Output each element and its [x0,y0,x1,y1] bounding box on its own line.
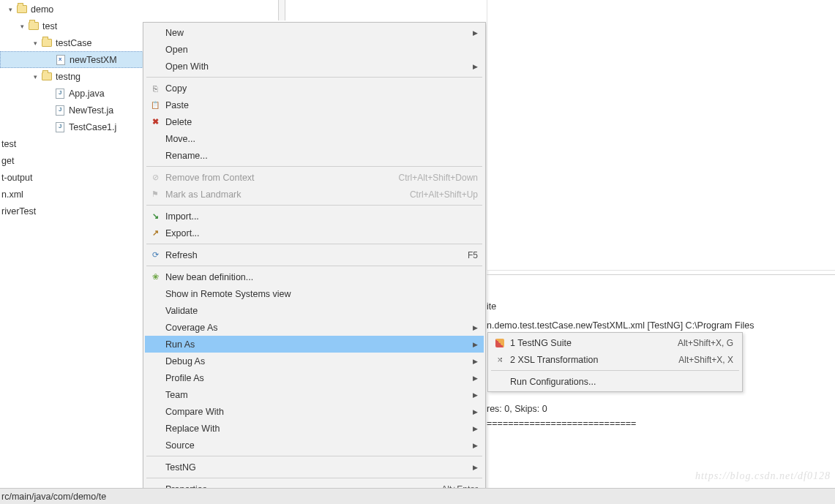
submenu-arrow-icon: ▶ [473,29,478,37]
menu-item-new[interactable]: New▶ [145,24,484,41]
submenu-arrow-icon: ▶ [473,324,478,331]
menu-item-label: Coverage As [165,323,478,333]
menu-item-validate[interactable]: Validate [145,302,484,319]
menu-item-rename[interactable]: Rename... [145,147,484,164]
menu-item-open[interactable]: Open [145,41,484,58]
tree-item-label: App.java [69,89,105,99]
tree-item-label: demo [31,4,53,15]
tree-item[interactable]: ▾ test [0,18,146,34]
menu-item-import[interactable]: Import... [145,208,484,225]
submenu-arrow-icon: ▶ [473,358,478,365]
menu-item-label: Remove from Context [165,173,399,183]
tree-item[interactable]: test [0,135,146,152]
remctx-icon [149,172,161,184]
watermark: https://blog.csdn.net/df0128 [695,470,831,482]
tree-item[interactable]: ▾ demo [0,1,146,18]
export-icon [149,227,161,239]
menu-separator [146,205,482,206]
console-line: res: 0, Skips: 0 [487,404,636,418]
project-tree[interactable]: ▾ demo ▾ test ▾ testCase newTestXM ▾ tes… [0,0,146,219]
menu-item-compare-with[interactable]: Compare With▶ [145,403,484,420]
java-file-icon [54,88,66,99]
tree-item-label: get [1,156,14,166]
del-icon [149,116,161,128]
menu-separator [146,456,482,456]
java-file-icon [54,105,66,116]
menu-item-label: Team [165,390,478,400]
menu-item-label: Paste [165,100,478,110]
menu-item-label: Open [165,45,478,55]
submenu-arrow-icon: ▶ [473,375,478,382]
menu-item-paste[interactable]: Paste [145,97,484,113]
launch-description: n.demo.test.testCase.newTestXML.xml [Tes… [487,320,754,331]
keybinding: Alt+Shift+X, X [678,355,733,365]
expander-icon[interactable]: ▾ [31,73,40,80]
expander-icon[interactable]: ▾ [18,23,26,30]
menu-item-debug-as[interactable]: Debug As▶ [145,353,484,369]
menu-item-delete[interactable]: Delete [145,113,484,130]
tree-item[interactable]: ▾ testng [0,68,146,85]
editor-tab-stub [278,0,285,20]
menu-item-label: Run As [165,339,478,350]
menu-item-label: New bean definition... [165,272,478,282]
menu-item-label: Export... [165,228,478,238]
menu-item-label: Mark as Landmark [165,189,410,200]
runas-testng-suite[interactable]: 1 TestNG Suite Alt+Shift+X, G [490,334,741,351]
menu-item-coverage-as[interactable]: Coverage As▶ [145,319,484,336]
tree-item-label: NewTest.ja [69,105,113,116]
menu-item-export[interactable]: Export... [145,225,484,241]
menu-item-source[interactable]: Source▶ [145,437,484,454]
menu-item-label: Copy [165,83,478,94]
menu-item-label: New [165,28,478,38]
tree-item[interactable]: App.java [0,85,146,102]
tree-item[interactable]: ▾ testCase [0,34,146,51]
menu-item-show-in-remote-systems-view[interactable]: Show in Remote Systems view [145,285,484,302]
keybinding: Ctrl+Alt+Shift+Down [399,173,478,183]
menu-item-label: Rename... [165,151,478,161]
menu-item-move[interactable]: Move... [145,130,484,147]
menu-item-testng[interactable]: TestNG▶ [145,459,484,475]
paste-icon [149,99,161,111]
expander-icon[interactable]: ▾ [31,40,40,47]
menu-item-label: Debug As [165,356,478,366]
menu-item-new-bean-definition[interactable]: New bean definition... [145,268,484,285]
tree-item-label: testng [56,72,80,82]
run-configurations[interactable]: Run Configurations... [490,373,741,390]
runas-xsl-transformation[interactable]: 2 XSL Transformation Alt+Shift+X, X [490,351,741,368]
menu-item-team[interactable]: Team▶ [145,386,484,403]
editor-area[interactable] [487,0,835,271]
context-menu[interactable]: New▶OpenOpen With▶CopyPasteDeleteMove...… [143,22,486,500]
folder-icon [16,4,28,15]
runas-submenu[interactable]: 1 TestNG Suite Alt+Shift+X, G 2 XSL Tran… [487,332,743,392]
menu-item-copy[interactable]: Copy [145,80,484,97]
submenu-arrow-icon: ▶ [473,442,478,449]
mark-icon [149,189,161,200]
tree-item[interactable]: n.xml [0,186,146,203]
submenu-item-label: 1 TestNG Suite [510,338,678,348]
menu-separator [491,370,739,371]
menu-item-profile-as[interactable]: Profile As▶ [145,369,484,386]
tree-item[interactable]: NewTest.ja [0,102,146,119]
submenu-arrow-icon: ▶ [473,63,478,70]
submenu-item-label: Run Configurations... [510,377,733,387]
tree-item[interactable]: riverTest [0,203,146,219]
breadcrumb-bar[interactable]: rc/main/java/com/demo/te [0,488,835,504]
menu-separator [146,244,482,244]
menu-item-refresh[interactable]: RefreshF5 [145,247,484,263]
menu-item-open-with[interactable]: Open With▶ [145,58,484,75]
folder-icon [41,71,53,83]
expander-icon[interactable]: ▾ [6,6,15,13]
keybinding: F5 [468,250,478,260]
menu-item-replace-with[interactable]: Replace With▶ [145,420,484,437]
folder-icon [41,37,53,49]
menu-item-label: Refresh [165,250,468,260]
tree-item-label: TestCase1.j [69,122,116,132]
menu-separator [146,478,482,478]
tree-item[interactable]: TestCase1.j [0,119,146,135]
tree-item-selected[interactable]: newTestXM [0,51,146,68]
tree-item[interactable]: get [0,152,146,169]
menu-item-run-as[interactable]: Run As▶ [145,336,484,353]
submenu-arrow-icon: ▶ [473,425,478,432]
console-line: ============================ [487,418,636,433]
tree-item[interactable]: t-output [0,169,146,186]
